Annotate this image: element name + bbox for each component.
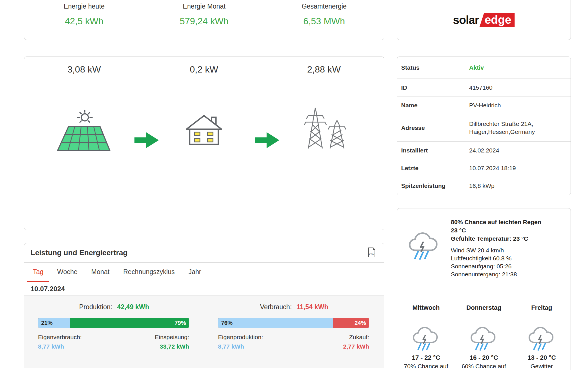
selected-date: 10.07.2024: [24, 282, 384, 296]
flow-arrow-solar-to-house-icon: [134, 132, 160, 150]
self-consumption-pct: 21%: [41, 320, 53, 326]
info-value: 24.02.2024: [469, 146, 566, 154]
production-headline: Produktion: 42,49 kWh: [24, 303, 204, 311]
purchase-column: Zukauf: 2,77 kWh: [343, 334, 369, 350]
production-consumption-panels: Produktion: 42,49 kWh 21% 79% Eigenverbr…: [24, 296, 384, 368]
own-production-segment: 76%: [218, 318, 333, 328]
info-label: ID: [401, 84, 469, 91]
svg-text:CSV: CSV: [369, 253, 375, 256]
feed-in-label: Einspeisung:: [155, 334, 189, 341]
info-value: 16,8 kWp: [469, 182, 566, 190]
power-energy-panel: Leistung und Energieertrag CSV Tag Woche…: [24, 243, 384, 370]
stat-energy-month: Energie Monat 579,24 kWh: [144, 0, 264, 40]
panel-title: Leistung und Energieertrag: [31, 248, 128, 257]
brand-card: solar edge: [397, 0, 571, 40]
flow-solar-column: 3,08 kW: [24, 57, 144, 230]
forecast-donnerstag: Donnerstag 16 - 20 °C 60% Chance auf Reg…: [455, 304, 513, 370]
weather-temperature: 23 °C: [451, 226, 557, 234]
stat-energy-today: Energie heute 42,5 kWh: [24, 0, 144, 40]
tab-rechnungszyklus[interactable]: Rechnungszyklus: [117, 263, 180, 282]
solaredge-logo: solar edge: [453, 13, 515, 27]
own-production-pct: 76%: [221, 320, 233, 326]
purchase-value: 2,77 kWh: [343, 343, 369, 350]
purchase-segment: 24%: [333, 318, 369, 328]
forecast-day: Freitag: [531, 304, 552, 311]
stat-value: 6,53 MWh: [303, 16, 345, 27]
house-icon: [184, 112, 224, 148]
solar-panel-icon: [55, 109, 113, 156]
energy-panel-header: Leistung und Energieertrag CSV: [24, 243, 384, 263]
energy-summary-card: Energie heute 42,5 kWh Energie Monat 579…: [24, 0, 384, 40]
info-value: PV-Heidrich: [469, 101, 566, 109]
status-badge: Aktiv: [469, 64, 566, 72]
weather-card: 80% Chance auf leichten Regen 23 °C Gefü…: [397, 208, 571, 370]
time-range-tabs: Tag Woche Monat Rechnungszyklus Jahr: [24, 263, 384, 282]
self-consumption-value: 8,77 kWh: [38, 343, 82, 350]
self-consumption-column: Eigenverbrauch: 8,77 kWh: [38, 334, 82, 350]
forecast-day: Donnerstag: [466, 304, 501, 311]
tab-jahr[interactable]: Jahr: [183, 263, 207, 282]
production-bar: 21% 79%: [38, 318, 189, 328]
tab-monat[interactable]: Monat: [85, 263, 115, 282]
power-grid-icon: [299, 104, 349, 152]
storm-cloud-icon: [411, 323, 441, 352]
own-production-column: Eigenproduktion: 8,77 kWh: [218, 334, 263, 350]
weather-feels-like: Gefühlte Temperatur: 23 °C: [451, 234, 557, 243]
consumption-bar: 76% 24%: [218, 318, 369, 328]
forecast-desc: 60% Chance auf Regen: [458, 363, 509, 370]
weather-wind: Wind SW 20.4 km/h: [451, 246, 557, 254]
house-power-value: 0,2 kW: [190, 64, 218, 76]
consumption-panel: Verbrauch: 11,54 kWh 76% 24% Eigenproduk…: [204, 296, 384, 368]
info-row-installiert: Installiert 24.02.2024: [397, 141, 571, 159]
info-label: Status: [401, 64, 469, 71]
weather-current: 80% Chance auf leichten Regen 23 °C Gefü…: [397, 208, 571, 278]
stat-value: 42,5 kWh: [65, 16, 103, 27]
grid-power-value: 2,88 kW: [307, 64, 341, 76]
weather-sunset: Sonnenuntergang: 21:38: [451, 270, 557, 278]
info-row-spitzenleistung: Spitzenleistung 16,8 kWp: [397, 177, 571, 194]
site-info-card: Status Aktiv ID 4157160 Name PV-Heidrich…: [397, 57, 571, 195]
stat-energy-total: Gesamtenergie 6,53 MWh: [264, 0, 384, 40]
flow-arrow-house-to-grid-icon: [255, 132, 280, 150]
stat-label: Energie Monat: [183, 3, 226, 10]
consumption-bar-labels: Eigenproduktion: 8,77 kWh Zukauf: 2,77 k…: [218, 334, 369, 350]
weather-summary-text: 80% Chance auf leichten Regen 23 °C Gefü…: [451, 218, 557, 278]
weather-sunrise: Sonnenaufgang: 05:26: [451, 262, 557, 270]
info-label: Installiert: [401, 147, 469, 154]
info-label: Spitzenleistung: [401, 182, 469, 189]
feed-in-column: Einspeisung: 33,72 kWh: [155, 334, 189, 350]
info-row-name: Name PV-Heidrich: [397, 96, 571, 114]
info-row-adresse: Adresse Dillbrechter Straße 21A, Haiger,…: [397, 114, 571, 141]
stat-label: Energie heute: [64, 3, 105, 10]
production-label: Produktion:: [79, 303, 112, 311]
flow-grid-column: 2,88 kW: [264, 57, 384, 230]
forecast-temp: 16 - 20 °C: [470, 354, 498, 361]
feed-in-segment: 79%: [70, 318, 189, 328]
info-label: Adresse: [401, 124, 469, 131]
production-value: 42,49 kWh: [117, 303, 149, 311]
purchase-pct: 24%: [355, 320, 366, 326]
tab-tag[interactable]: Tag: [27, 263, 49, 282]
feed-in-pct: 79%: [175, 320, 186, 326]
info-row-status: Status Aktiv: [397, 57, 571, 79]
info-value: 4157160: [469, 84, 566, 92]
consumption-label: Verbrauch:: [260, 303, 292, 311]
production-panel: Produktion: 42,49 kWh 21% 79% Eigenverbr…: [24, 296, 204, 368]
logo-text-edge: edge: [479, 13, 515, 27]
purchase-label: Zukauf:: [343, 334, 369, 341]
forecast-desc: Gewitter: [516, 363, 567, 370]
info-label: Letzte: [401, 165, 469, 172]
csv-export-button[interactable]: CSV: [367, 247, 376, 259]
forecast-desc: 70% Chance auf Regen: [400, 363, 452, 370]
info-row-letzte: Letzte 10.07.2024 18:19: [397, 159, 571, 177]
forecast-temp: 13 - 20 °C: [527, 354, 556, 361]
solar-power-value: 3,08 kW: [67, 64, 101, 76]
own-production-value: 8,77 kWh: [218, 343, 263, 350]
weather-forecast: Mittwoch 17 - 22 °C 70% Chance auf Regen…: [397, 300, 571, 370]
info-value: Dillbrechter Straße 21A, Haiger,Hessen,G…: [469, 120, 566, 136]
self-consumption-label: Eigenverbrauch:: [38, 334, 82, 341]
production-bar-labels: Eigenverbrauch: 8,77 kWh Einspeisung: 33…: [38, 334, 189, 350]
storm-cloud-icon: [527, 323, 557, 352]
tab-woche[interactable]: Woche: [51, 263, 83, 282]
weather-headline: 80% Chance auf leichten Regen: [451, 218, 557, 226]
